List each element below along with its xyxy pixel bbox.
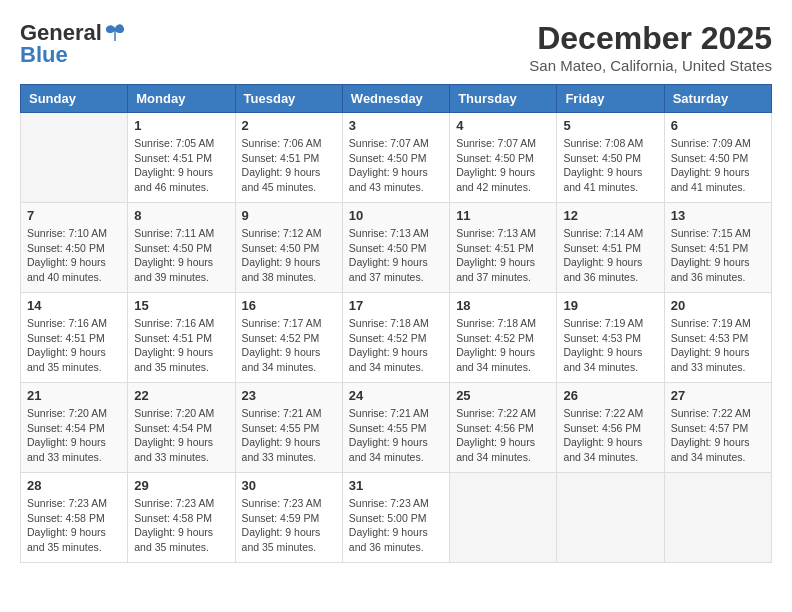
day-number: 29 <box>134 478 228 493</box>
day-number: 3 <box>349 118 443 133</box>
day-info: Sunrise: 7:20 AM Sunset: 4:54 PM Dayligh… <box>27 406 121 465</box>
day-number: 23 <box>242 388 336 403</box>
day-number: 31 <box>349 478 443 493</box>
calendar-header-saturday: Saturday <box>664 85 771 113</box>
calendar-cell: 3Sunrise: 7:07 AM Sunset: 4:50 PM Daylig… <box>342 113 449 203</box>
day-info: Sunrise: 7:11 AM Sunset: 4:50 PM Dayligh… <box>134 226 228 285</box>
day-number: 28 <box>27 478 121 493</box>
day-number: 16 <box>242 298 336 313</box>
day-info: Sunrise: 7:23 AM Sunset: 4:58 PM Dayligh… <box>27 496 121 555</box>
title-section: December 2025 San Mateo, California, Uni… <box>529 20 772 74</box>
day-info: Sunrise: 7:07 AM Sunset: 4:50 PM Dayligh… <box>349 136 443 195</box>
day-number: 4 <box>456 118 550 133</box>
day-number: 14 <box>27 298 121 313</box>
day-info: Sunrise: 7:14 AM Sunset: 4:51 PM Dayligh… <box>563 226 657 285</box>
calendar-cell: 22Sunrise: 7:20 AM Sunset: 4:54 PM Dayli… <box>128 383 235 473</box>
calendar-cell: 29Sunrise: 7:23 AM Sunset: 4:58 PM Dayli… <box>128 473 235 563</box>
day-number: 12 <box>563 208 657 223</box>
calendar-header-tuesday: Tuesday <box>235 85 342 113</box>
month-title: December 2025 <box>529 20 772 57</box>
calendar-cell: 28Sunrise: 7:23 AM Sunset: 4:58 PM Dayli… <box>21 473 128 563</box>
day-number: 22 <box>134 388 228 403</box>
day-info: Sunrise: 7:23 AM Sunset: 4:58 PM Dayligh… <box>134 496 228 555</box>
calendar-cell: 24Sunrise: 7:21 AM Sunset: 4:55 PM Dayli… <box>342 383 449 473</box>
day-info: Sunrise: 7:06 AM Sunset: 4:51 PM Dayligh… <box>242 136 336 195</box>
calendar-header-friday: Friday <box>557 85 664 113</box>
calendar-cell: 19Sunrise: 7:19 AM Sunset: 4:53 PM Dayli… <box>557 293 664 383</box>
calendar-week-row: 21Sunrise: 7:20 AM Sunset: 4:54 PM Dayli… <box>21 383 772 473</box>
day-number: 11 <box>456 208 550 223</box>
day-number: 10 <box>349 208 443 223</box>
day-info: Sunrise: 7:10 AM Sunset: 4:50 PM Dayligh… <box>27 226 121 285</box>
calendar-cell: 13Sunrise: 7:15 AM Sunset: 4:51 PM Dayli… <box>664 203 771 293</box>
day-number: 5 <box>563 118 657 133</box>
calendar-cell: 2Sunrise: 7:06 AM Sunset: 4:51 PM Daylig… <box>235 113 342 203</box>
day-number: 18 <box>456 298 550 313</box>
day-number: 13 <box>671 208 765 223</box>
calendar-cell: 16Sunrise: 7:17 AM Sunset: 4:52 PM Dayli… <box>235 293 342 383</box>
day-info: Sunrise: 7:22 AM Sunset: 4:56 PM Dayligh… <box>456 406 550 465</box>
day-number: 19 <box>563 298 657 313</box>
day-number: 25 <box>456 388 550 403</box>
day-number: 7 <box>27 208 121 223</box>
day-info: Sunrise: 7:18 AM Sunset: 4:52 PM Dayligh… <box>349 316 443 375</box>
day-info: Sunrise: 7:09 AM Sunset: 4:50 PM Dayligh… <box>671 136 765 195</box>
calendar-cell: 21Sunrise: 7:20 AM Sunset: 4:54 PM Dayli… <box>21 383 128 473</box>
calendar-week-row: 7Sunrise: 7:10 AM Sunset: 4:50 PM Daylig… <box>21 203 772 293</box>
calendar-cell: 27Sunrise: 7:22 AM Sunset: 4:57 PM Dayli… <box>664 383 771 473</box>
day-info: Sunrise: 7:13 AM Sunset: 4:50 PM Dayligh… <box>349 226 443 285</box>
calendar-cell: 31Sunrise: 7:23 AM Sunset: 5:00 PM Dayli… <box>342 473 449 563</box>
calendar-cell: 6Sunrise: 7:09 AM Sunset: 4:50 PM Daylig… <box>664 113 771 203</box>
day-info: Sunrise: 7:08 AM Sunset: 4:50 PM Dayligh… <box>563 136 657 195</box>
day-info: Sunrise: 7:22 AM Sunset: 4:56 PM Dayligh… <box>563 406 657 465</box>
day-info: Sunrise: 7:23 AM Sunset: 4:59 PM Dayligh… <box>242 496 336 555</box>
day-info: Sunrise: 7:05 AM Sunset: 4:51 PM Dayligh… <box>134 136 228 195</box>
calendar-week-row: 14Sunrise: 7:16 AM Sunset: 4:51 PM Dayli… <box>21 293 772 383</box>
day-number: 26 <box>563 388 657 403</box>
page-header: General Blue December 2025 San Mateo, Ca… <box>20 20 772 74</box>
calendar-cell: 25Sunrise: 7:22 AM Sunset: 4:56 PM Dayli… <box>450 383 557 473</box>
day-number: 27 <box>671 388 765 403</box>
calendar-cell: 4Sunrise: 7:07 AM Sunset: 4:50 PM Daylig… <box>450 113 557 203</box>
calendar-cell <box>450 473 557 563</box>
day-info: Sunrise: 7:17 AM Sunset: 4:52 PM Dayligh… <box>242 316 336 375</box>
logo: General Blue <box>20 20 126 68</box>
calendar-cell: 14Sunrise: 7:16 AM Sunset: 4:51 PM Dayli… <box>21 293 128 383</box>
day-info: Sunrise: 7:15 AM Sunset: 4:51 PM Dayligh… <box>671 226 765 285</box>
calendar-cell: 5Sunrise: 7:08 AM Sunset: 4:50 PM Daylig… <box>557 113 664 203</box>
calendar-cell: 10Sunrise: 7:13 AM Sunset: 4:50 PM Dayli… <box>342 203 449 293</box>
day-info: Sunrise: 7:07 AM Sunset: 4:50 PM Dayligh… <box>456 136 550 195</box>
logo-blue-text: Blue <box>20 42 68 68</box>
day-info: Sunrise: 7:22 AM Sunset: 4:57 PM Dayligh… <box>671 406 765 465</box>
calendar-cell: 12Sunrise: 7:14 AM Sunset: 4:51 PM Dayli… <box>557 203 664 293</box>
calendar-cell: 20Sunrise: 7:19 AM Sunset: 4:53 PM Dayli… <box>664 293 771 383</box>
calendar-cell <box>664 473 771 563</box>
calendar-header-row: SundayMondayTuesdayWednesdayThursdayFrid… <box>21 85 772 113</box>
calendar-cell: 30Sunrise: 7:23 AM Sunset: 4:59 PM Dayli… <box>235 473 342 563</box>
calendar-cell <box>557 473 664 563</box>
calendar-cell: 15Sunrise: 7:16 AM Sunset: 4:51 PM Dayli… <box>128 293 235 383</box>
logo-bird-icon <box>104 23 126 43</box>
calendar-cell: 26Sunrise: 7:22 AM Sunset: 4:56 PM Dayli… <box>557 383 664 473</box>
day-number: 1 <box>134 118 228 133</box>
day-number: 6 <box>671 118 765 133</box>
calendar-header-wednesday: Wednesday <box>342 85 449 113</box>
location-text: San Mateo, California, United States <box>529 57 772 74</box>
day-info: Sunrise: 7:16 AM Sunset: 4:51 PM Dayligh… <box>27 316 121 375</box>
day-info: Sunrise: 7:12 AM Sunset: 4:50 PM Dayligh… <box>242 226 336 285</box>
calendar-header-thursday: Thursday <box>450 85 557 113</box>
day-info: Sunrise: 7:19 AM Sunset: 4:53 PM Dayligh… <box>563 316 657 375</box>
day-number: 20 <box>671 298 765 313</box>
day-info: Sunrise: 7:18 AM Sunset: 4:52 PM Dayligh… <box>456 316 550 375</box>
day-number: 9 <box>242 208 336 223</box>
day-info: Sunrise: 7:16 AM Sunset: 4:51 PM Dayligh… <box>134 316 228 375</box>
calendar-cell: 23Sunrise: 7:21 AM Sunset: 4:55 PM Dayli… <box>235 383 342 473</box>
day-number: 24 <box>349 388 443 403</box>
day-info: Sunrise: 7:20 AM Sunset: 4:54 PM Dayligh… <box>134 406 228 465</box>
calendar-header-sunday: Sunday <box>21 85 128 113</box>
day-number: 8 <box>134 208 228 223</box>
calendar-cell: 8Sunrise: 7:11 AM Sunset: 4:50 PM Daylig… <box>128 203 235 293</box>
calendar-header-monday: Monday <box>128 85 235 113</box>
calendar-cell: 18Sunrise: 7:18 AM Sunset: 4:52 PM Dayli… <box>450 293 557 383</box>
day-info: Sunrise: 7:23 AM Sunset: 5:00 PM Dayligh… <box>349 496 443 555</box>
